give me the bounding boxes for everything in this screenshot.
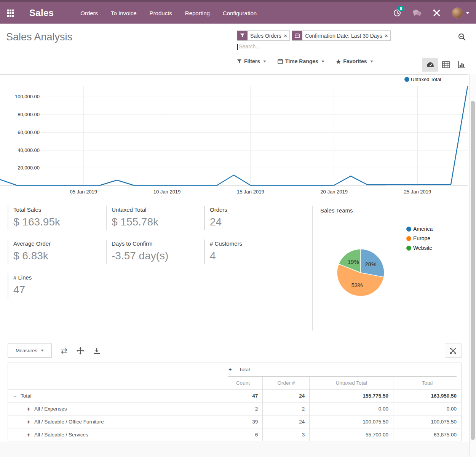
kpi-card--lines[interactable]: # Lines47: [8, 273, 106, 298]
scrollbar-thumb[interactable]: [471, 101, 475, 440]
kpi-card-untaxed-total[interactable]: Untaxed Total$ 155.78k: [106, 206, 204, 230]
pivot-row-all-saleable-office-furniture: +All / Saleable / Office Furniture392410…: [8, 415, 462, 428]
fullscreen-button[interactable]: [445, 344, 462, 358]
collapse-row-icon[interactable]: −: [13, 393, 17, 399]
kpi-value: -3.57 day(s): [112, 250, 204, 262]
close-icon[interactable]: ×: [385, 33, 391, 38]
kpi-label: Untaxed Total: [112, 206, 204, 213]
view-pivot-button[interactable]: [438, 58, 454, 72]
kpi-card-total-sales[interactable]: Total Sales$ 163.95k: [8, 206, 106, 230]
measures-button[interactable]: Measures: [8, 344, 52, 358]
dashboard-icon: [426, 61, 434, 69]
scrollbar-track[interactable]: [469, 74, 476, 457]
pivot-cell: 0.00: [310, 403, 393, 415]
pivot-toolbar: Measures ⇄: [0, 344, 468, 359]
flip-axis-icon[interactable]: ⇄: [61, 346, 67, 355]
pie-legend: AmericaEuropeWebsite: [406, 226, 433, 251]
menu-configuration[interactable]: Configuration: [223, 10, 257, 16]
sales-teams-title: Sales Teams: [313, 206, 468, 214]
chat-icon: [412, 9, 422, 17]
y-axis-tick-label: 60,000.00: [3, 129, 40, 135]
measure-column-count[interactable]: Count: [223, 377, 263, 390]
pie-legend-item-website[interactable]: Website: [406, 245, 433, 251]
x-axis-tick-label: 25 Jan 2019: [393, 189, 442, 195]
legend-label: Europe: [413, 235, 430, 241]
app-name[interactable]: Sales: [29, 8, 54, 18]
facet-confirmation-date[interactable]: Confirmation Date: Last 30 Days ×: [292, 30, 391, 41]
activities-button[interactable]: 8: [393, 9, 401, 17]
row-label[interactable]: All / Saleable / Services: [34, 432, 88, 438]
pivot-cell: 2: [223, 403, 263, 415]
facet-label: Confirmation Date: Last 30 Days: [302, 33, 385, 39]
pie-chart[interactable]: 28%53%19%: [334, 246, 387, 299]
calendar-icon: [292, 31, 302, 40]
search-facets: Sales Orders × Confirmation Date: Last 3…: [237, 30, 469, 41]
y-axis-tick-label: 100,000.00: [3, 94, 40, 99]
user-menu[interactable]: [452, 7, 469, 19]
control-panel: Sales Analysis Sales Orders ×: [0, 24, 476, 74]
page-title: Sales Analysis: [6, 31, 72, 43]
menu-orders[interactable]: Orders: [80, 10, 98, 16]
zoom-out-search-icon[interactable]: [458, 33, 466, 43]
kpi-card-average-order[interactable]: Average Order$ 6.83k: [8, 240, 106, 264]
pivot-group-header-row: + Total: [8, 363, 462, 377]
kpi-value: 24: [210, 216, 302, 228]
kpi-card-orders[interactable]: Orders24: [204, 206, 302, 230]
pivot-column-group[interactable]: + Total: [223, 363, 462, 377]
kpi-label: Orders: [210, 206, 302, 213]
view-switcher: [422, 58, 469, 72]
row-label[interactable]: All / Expenses: [34, 406, 67, 412]
measure-column-order-[interactable]: Order #: [263, 377, 310, 390]
pie-legend-item-america[interactable]: America: [406, 226, 433, 232]
kpi-value: $ 155.78k: [112, 216, 204, 228]
pivot-table: + Total CountOrder #Untaxed TotalTotal −…: [8, 363, 462, 441]
pivot-cell: 47: [223, 390, 263, 403]
download-icon[interactable]: [93, 347, 100, 354]
star-icon: ★: [336, 59, 341, 64]
time-ranges-dropdown[interactable]: Time Ranges: [278, 58, 324, 64]
legend-label: America: [413, 226, 433, 232]
kpi-label: # Customers: [210, 240, 302, 247]
y-axis-tick-label: 40,000.00: [3, 147, 40, 153]
expand-column-icon[interactable]: +: [228, 366, 232, 372]
facet-sales-orders[interactable]: Sales Orders ×: [237, 30, 290, 41]
view-dashboard-button[interactable]: [422, 58, 438, 72]
apps-menu-icon[interactable]: [7, 10, 14, 17]
pivot-row-all-saleable-services: +All / Saleable / Services6355,700.0063,…: [8, 428, 462, 441]
expand-row-icon[interactable]: +: [26, 406, 31, 412]
menu-to-invoice[interactable]: To Invoice: [111, 10, 137, 16]
menu-reporting[interactable]: Reporting: [185, 10, 210, 16]
kpi-grid: Total Sales$ 163.95kUntaxed Total$ 155.7…: [8, 206, 303, 298]
expand-all-icon[interactable]: [77, 347, 84, 355]
measure-column-untaxed-total[interactable]: Untaxed Total: [310, 377, 393, 390]
filter-icon: [237, 31, 248, 40]
filters-dropdown[interactable]: Filters: [237, 58, 266, 64]
chart-legend[interactable]: Untaxed Total: [404, 77, 441, 82]
kpi-card-days-to-confirm[interactable]: Days to Confirm-3.57 day(s): [106, 240, 204, 264]
pie-legend-item-europe[interactable]: Europe: [406, 235, 433, 241]
close-icon[interactable]: ×: [284, 33, 290, 38]
pivot-cell: 163,950.50: [393, 390, 462, 403]
expand-row-icon[interactable]: +: [26, 432, 31, 438]
kpi-card--customers[interactable]: # Customers4: [204, 240, 302, 264]
pivot-cell: 63,875.00: [393, 428, 462, 441]
pivot-cell: 155,775.50: [310, 390, 393, 403]
expand-row-icon[interactable]: +: [26, 419, 31, 425]
kpi-value: $ 6.83k: [13, 250, 106, 262]
line-chart[interactable]: [0, 75, 468, 186]
column-group-label: Total: [239, 367, 250, 372]
row-label[interactable]: All / Saleable / Office Furniture: [34, 419, 104, 425]
measure-column-total[interactable]: Total: [393, 377, 462, 390]
view-graph-button[interactable]: [454, 58, 469, 72]
search-input[interactable]: [237, 42, 469, 51]
messages-button[interactable]: [412, 9, 422, 17]
debug-tools-button[interactable]: [433, 9, 441, 17]
measures-label: Measures: [16, 348, 37, 353]
favorites-dropdown[interactable]: ★ Favorites: [336, 58, 373, 64]
kpi-label: Average Order: [13, 240, 106, 247]
kpi-value: 47: [13, 284, 106, 296]
pivot-table-icon: [442, 61, 450, 69]
filters-label: Filters: [244, 58, 260, 64]
menu-products[interactable]: Products: [150, 10, 172, 16]
row-label[interactable]: Total: [21, 393, 32, 399]
